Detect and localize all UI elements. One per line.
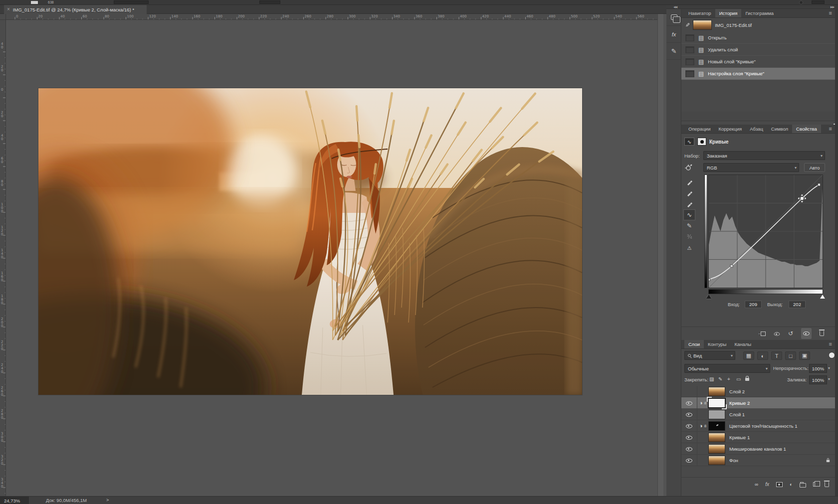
- visibility-cell[interactable]: [681, 409, 697, 420]
- new-layer-icon[interactable]: [813, 482, 818, 487]
- expand-panels-icon[interactable]: ▶▶: [831, 5, 834, 8]
- history-item[interactable]: ▤ Новый слой "Кривые": [681, 56, 835, 68]
- toggle-visibility-button[interactable]: [801, 328, 812, 339]
- fill-value-field[interactable]: 100%: [809, 375, 827, 384]
- layer-thumbnail[interactable]: [708, 410, 725, 419]
- history-source-well[interactable]: [685, 46, 694, 53]
- layer-mask-icon[interactable]: [697, 138, 706, 146]
- tab[interactable]: Абзац: [746, 125, 767, 133]
- curves-grid[interactable]: [708, 174, 823, 288]
- smooth-curve-icon[interactable]: ¾: [683, 231, 695, 242]
- history-source-well[interactable]: [685, 70, 694, 77]
- visibility-cell[interactable]: [681, 443, 697, 455]
- layer-thumbnail[interactable]: [708, 387, 725, 396]
- options-bar-icon[interactable]: [799, 0, 803, 4]
- filter-type-layers-icon[interactable]: T: [771, 351, 782, 360]
- styles-panel-icon[interactable]: fx: [666, 26, 681, 43]
- delete-adjustment-icon[interactable]: [820, 331, 824, 336]
- layer-row[interactable]: ◑ 8 Кривые 2: [681, 397, 835, 409]
- black-point-eyedropper-icon[interactable]: [683, 176, 695, 187]
- history-item[interactable]: ▤ Удалить слой: [681, 44, 835, 56]
- document-image[interactable]: [38, 88, 582, 395]
- panel-menu-icon[interactable]: ≡: [829, 341, 832, 347]
- input-value-field[interactable]: 209: [745, 301, 762, 308]
- layer-thumbnail[interactable]: [708, 433, 725, 442]
- filter-kind-select[interactable]: Вид▾: [684, 351, 735, 360]
- auto-button[interactable]: Авто: [804, 163, 825, 172]
- white-input-slider[interactable]: [820, 295, 825, 299]
- canvas-scrollbar[interactable]: [657, 14, 663, 496]
- chevron-down-icon[interactable]: ▾: [828, 366, 830, 370]
- filter-adjustment-layers-icon[interactable]: ◐: [757, 351, 768, 360]
- view-previous-state-icon[interactable]: [774, 331, 780, 336]
- tab[interactable]: Символ: [767, 125, 792, 133]
- lock-pixels-icon[interactable]: ✎: [718, 376, 722, 382]
- targeted-adjustment-icon[interactable]: [684, 164, 692, 171]
- layer-thumbnail[interactable]: [708, 398, 725, 408]
- tab[interactable]: Коррекция: [714, 125, 746, 133]
- add-mask-icon[interactable]: [776, 482, 783, 487]
- tool-presets-panel-icon[interactable]: ✎: [666, 43, 681, 60]
- tab[interactable]: Гистограмма: [741, 9, 778, 17]
- edit-points-tool-icon[interactable]: ∿: [683, 209, 695, 220]
- channel-select[interactable]: RGB▾: [703, 163, 799, 172]
- close-icon[interactable]: ×: [7, 7, 10, 12]
- layer-row[interactable]: ◑ 8 Фон: [681, 455, 835, 466]
- tab[interactable]: История: [715, 9, 742, 17]
- new-adjustment-layer-icon[interactable]: ◐: [790, 482, 793, 487]
- lock-artboard-icon[interactable]: ▭: [736, 376, 741, 382]
- collapse-panels-icon[interactable]: ◀◀: [673, 5, 677, 8]
- layer-row[interactable]: ◑ 8 Слой 1: [681, 409, 835, 420]
- curves-adjustment-icon[interactable]: ∿: [684, 138, 694, 146]
- clone-source-panel-icon[interactable]: [666, 9, 681, 26]
- layer-thumbnail[interactable]: [708, 456, 725, 465]
- white-point-eyedropper-icon[interactable]: [683, 198, 695, 209]
- mask-link-icon[interactable]: 8: [704, 401, 706, 405]
- history-source-well[interactable]: [685, 34, 694, 41]
- tab[interactable]: Каналы: [730, 340, 755, 348]
- lock-position-icon[interactable]: +: [727, 376, 730, 382]
- layer-row[interactable]: ◑ 8 Микширование каналов 1: [681, 443, 835, 455]
- tab[interactable]: Слои: [684, 340, 704, 348]
- filter-shape-layers-icon[interactable]: □: [785, 351, 796, 360]
- history-snapshot[interactable]: ✎ IMG_0175-Edit.tif: [681, 19, 835, 31]
- options-bar-field[interactable]: [259, 0, 280, 4]
- history-source-well[interactable]: [685, 58, 694, 65]
- status-options-chevron[interactable]: >: [106, 498, 109, 503]
- history-item[interactable]: ▤ Открыть: [681, 32, 835, 44]
- filter-smart-objects-icon[interactable]: ▣: [799, 351, 810, 360]
- layer-style-icon[interactable]: fx: [765, 482, 769, 487]
- delete-layer-icon[interactable]: [825, 482, 829, 487]
- tab[interactable]: Свойства: [792, 125, 821, 133]
- reset-adjustment-icon[interactable]: ↺: [788, 331, 793, 336]
- lock-transparency-icon[interactable]: ▨: [709, 376, 714, 382]
- panel-menu-icon[interactable]: ≡: [829, 126, 832, 132]
- blend-mode-select[interactable]: Обычные▾: [684, 364, 770, 373]
- layer-row[interactable]: ◑ 8 Кривые 1: [681, 432, 835, 443]
- gray-point-eyedropper-icon[interactable]: [683, 187, 695, 198]
- history-brush-icon[interactable]: ✎: [685, 22, 690, 28]
- layer-thumbnail[interactable]: [708, 421, 725, 431]
- options-bar-field[interactable]: [114, 0, 149, 4]
- histogram-warning-icon[interactable]: ⚠: [683, 242, 695, 253]
- history-item[interactable]: ▤ Настройка слоя "Кривые": [681, 68, 835, 80]
- panel-menu-icon[interactable]: ≡: [829, 10, 832, 16]
- link-layers-icon[interactable]: ∞: [755, 482, 758, 487]
- layer-row[interactable]: ◑ 8 Цветовой тон/Насыщенность 1: [681, 420, 835, 432]
- opacity-value-field[interactable]: 100%: [809, 364, 827, 373]
- lock-all-icon[interactable]: [745, 376, 749, 382]
- filter-toggle-icon[interactable]: [829, 352, 835, 358]
- tab[interactable]: Операции: [684, 125, 714, 133]
- mask-link-icon[interactable]: 8: [704, 424, 706, 428]
- visibility-cell[interactable]: [681, 397, 697, 409]
- filter-pixel-layers-icon[interactable]: ▦: [743, 351, 754, 360]
- tab[interactable]: Навигатор: [684, 9, 715, 17]
- visibility-cell[interactable]: [681, 432, 697, 443]
- output-value-field[interactable]: 202: [789, 301, 806, 308]
- zoom-level-field[interactable]: 24,73%: [0, 497, 29, 504]
- visibility-cell[interactable]: [681, 420, 697, 432]
- visibility-cell[interactable]: [681, 455, 697, 466]
- layer-thumbnail[interactable]: [708, 444, 725, 454]
- layer-row[interactable]: ◑ 8 Слой 2: [681, 386, 835, 397]
- tab[interactable]: Контуры: [704, 340, 730, 348]
